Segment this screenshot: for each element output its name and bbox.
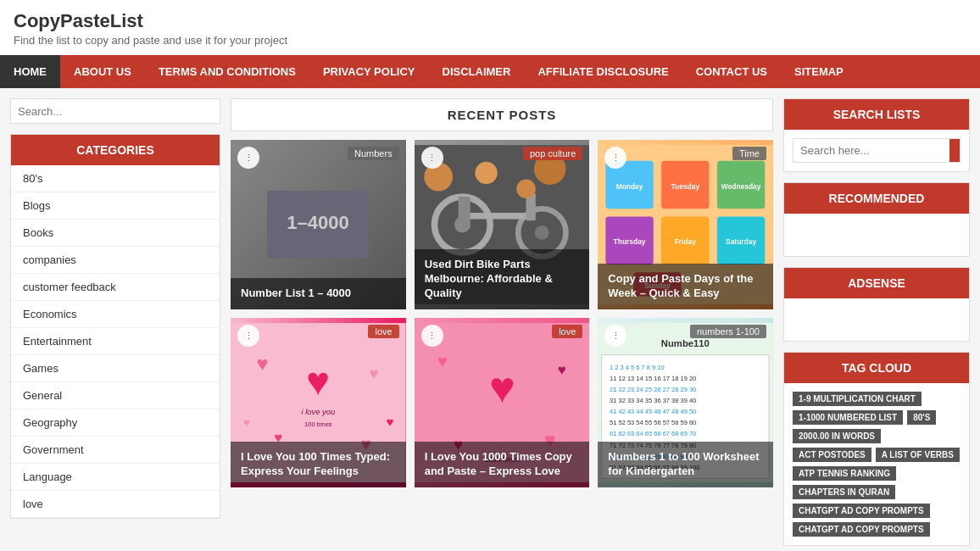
- category-badge-2: pop culture: [523, 147, 582, 160]
- svg-text:♥: ♥: [489, 363, 515, 412]
- post-overlay-3: Copy and Paste Days of the Week – Quick …: [598, 264, 773, 309]
- post-title-3: Copy and Paste Days of the Week – Quick …: [608, 272, 763, 301]
- recommended-content: [784, 214, 969, 256]
- share-icon-2[interactable]: ⋮: [421, 147, 443, 169]
- nav-disclaimer[interactable]: DISCLAIMER: [429, 55, 525, 88]
- svg-text:31 32 33 34 35 36 37 38 39 40: 31 32 33 34 35 36 37 38 39 40: [610, 397, 696, 404]
- category-item-geography[interactable]: Geography: [11, 409, 220, 437]
- share-icon-1[interactable]: ⋮: [237, 147, 259, 169]
- svg-text:♥: ♥: [306, 359, 330, 404]
- nav-about[interactable]: ABOUT US: [60, 55, 145, 88]
- recommended-box: RECOMMENDED: [783, 182, 970, 257]
- post-card-1[interactable]: 1–4000 ⋮ Numbers Number List 1 – 4000: [231, 140, 406, 309]
- nav-affiliate[interactable]: AFFILIATE DISCLOSURE: [524, 55, 682, 88]
- post-overlay-1: Number List 1 – 4000: [231, 278, 406, 309]
- sidebar-search-box[interactable]: [10, 98, 220, 124]
- svg-text:Friday: Friday: [675, 237, 697, 246]
- tag-chatgpt2[interactable]: CHATGPT AD COPY PROMPTS: [793, 522, 930, 537]
- svg-text:Wednesday: Wednesday: [721, 182, 761, 191]
- tag-cloud-title: TAG CLOUD: [784, 353, 969, 383]
- category-item-companies[interactable]: companies: [11, 247, 220, 274]
- share-icon-5[interactable]: ⋮: [421, 325, 443, 347]
- svg-text:1–4000: 1–4000: [287, 212, 349, 233]
- svg-text:61 62 63 64 65 66 67 68 69 70: 61 62 63 64 65 66 67 68 69 70: [610, 430, 696, 437]
- category-item-general[interactable]: General: [11, 382, 220, 409]
- post-card-5[interactable]: ♥ ♥ ♥ ♥ ♥ 1000 times ⋮ love I Love You 1…: [415, 318, 590, 487]
- post-title-1: Number List 1 – 4000: [241, 287, 396, 301]
- category-item-games[interactable]: Games: [11, 355, 220, 382]
- svg-text:♥: ♥: [370, 365, 379, 382]
- post-title-5: I Love You 1000 Times Copy and Paste – E…: [425, 450, 580, 479]
- svg-text:♥: ♥: [557, 362, 565, 378]
- sidebar-search-input[interactable]: [18, 105, 213, 118]
- right-sidebar: SEARCH LISTS 🔍 RECOMMENDED ADSENSE TAG C…: [783, 98, 970, 551]
- post-card-2[interactable]: ⋮ pop culture Used Dirt Bike Parts Melbo…: [415, 140, 590, 309]
- site-tagline: Find the list to copy and paste and use …: [14, 34, 966, 47]
- category-item-love[interactable]: love: [11, 491, 220, 518]
- share-icon-4[interactable]: ⋮: [237, 325, 259, 347]
- svg-text:♥: ♥: [257, 353, 269, 375]
- tag-2000[interactable]: 2000.00 IN WORDS: [793, 429, 881, 443]
- svg-text:i love you: i love you: [302, 407, 336, 416]
- tag-cloud-box: TAG CLOUD 1-9 MULTIPLICATION CHART 1-100…: [783, 352, 970, 546]
- category-item-blogs[interactable]: Blogs: [11, 192, 220, 220]
- category-item-customer-feedback[interactable]: customer feedback: [11, 274, 220, 301]
- svg-point-11: [475, 162, 497, 184]
- svg-text:41 42 43 44 45 46 47 48 49 50: 41 42 43 44 45 46 47 48 49 50: [610, 408, 696, 415]
- nav-sitemap[interactable]: SITEMAP: [781, 55, 857, 88]
- tag-verbs[interactable]: A LIST OF VERBS: [876, 448, 960, 462]
- category-item-language[interactable]: Language: [11, 464, 220, 491]
- post-overlay-5: I Love You 1000 Times Copy and Paste – E…: [415, 442, 590, 487]
- search-lists-box: SEARCH LISTS 🔍: [783, 98, 970, 172]
- post-title-6: Numbers 1 to 100 Worksheet for Kindergar…: [608, 450, 763, 479]
- svg-rect-7: [466, 213, 530, 220]
- category-badge-1: Numbers: [348, 147, 399, 160]
- category-item-entertainment[interactable]: Entertainment: [11, 328, 220, 355]
- category-item-economics[interactable]: Economics: [11, 301, 220, 328]
- adsense-content: [784, 298, 969, 341]
- post-overlay-6: Numbers 1 to 100 Worksheet for Kindergar…: [598, 442, 773, 487]
- posts-grid: 1–4000 ⋮ Numbers Number List 1 – 4000: [231, 140, 773, 487]
- main-nav: HOME ABOUT US TERMS AND CONDITIONS PRIVA…: [0, 55, 980, 88]
- search-lists-input[interactable]: [793, 139, 949, 162]
- nav-contact[interactable]: CONTACT US: [682, 55, 781, 88]
- svg-rect-8: [458, 197, 470, 229]
- adsense-title: ADSENSE: [784, 268, 969, 298]
- search-lists-button[interactable]: 🔍: [949, 139, 961, 162]
- page-layout: CATEGORIES 80's Blogs Books companies cu…: [0, 88, 980, 551]
- svg-text:♥: ♥: [243, 416, 250, 429]
- post-card-6[interactable]: Numbe110 1 2 3 4 5 6 7 8 9 10 11 12 13 1…: [598, 318, 773, 487]
- svg-text:Thursday: Thursday: [614, 237, 646, 246]
- tag-atp[interactable]: ATP TENNIS RANKING: [793, 466, 896, 481]
- svg-text:1  2  3  4  5  6  7  8  9  10: 1 2 3 4 5 6 7 8 9 10: [610, 364, 665, 371]
- svg-text:Numbe110: Numbe110: [661, 338, 710, 348]
- left-sidebar: CATEGORIES 80's Blogs Books companies cu…: [10, 98, 220, 551]
- svg-text:Saturday: Saturday: [726, 237, 756, 246]
- tag-act[interactable]: ACT POSTODES: [793, 448, 871, 462]
- site-title[interactable]: CopyPasteList: [14, 10, 966, 32]
- category-badge-6: numbers 1-100: [690, 325, 766, 338]
- tag-1-1000[interactable]: 1-1000 NUMBERED LIST: [793, 410, 903, 425]
- tag-cloud-content: 1-9 MULTIPLICATION CHART 1-1000 NUMBERED…: [784, 383, 969, 545]
- site-header: CopyPasteList Find the list to copy and …: [0, 0, 980, 55]
- nav-terms[interactable]: TERMS AND CONDITIONS: [145, 55, 309, 88]
- svg-text:100 times: 100 times: [304, 420, 332, 428]
- categories-title: CATEGORIES: [11, 135, 220, 165]
- nav-privacy[interactable]: PRIVACY POLICY: [309, 55, 429, 88]
- post-overlay-4: I Love You 100 Times Typed: Express Your…: [231, 442, 406, 487]
- svg-text:21 22 23 24 25 26 27 28 29 30: 21 22 23 24 25 26 27 28 29 30: [610, 386, 696, 393]
- post-card-3[interactable]: Monday Tuesday Wednesday Thursday Friday…: [598, 140, 773, 309]
- svg-text:♥: ♥: [386, 415, 393, 429]
- post-card-4[interactable]: ♥ ♥ ♥ ♥ ♥ ♥ ♥ i love you 100 times ⋮ lov…: [231, 318, 406, 487]
- category-item-80s[interactable]: 80's: [11, 165, 220, 192]
- tag-1-9-mult[interactable]: 1-9 MULTIPLICATION CHART: [793, 392, 922, 406]
- category-item-government[interactable]: Government: [11, 437, 220, 464]
- category-item-books[interactable]: Books: [11, 220, 220, 247]
- tag-80s[interactable]: 80'S: [907, 410, 936, 425]
- search-lists-form: 🔍: [793, 138, 961, 163]
- category-badge-4: love: [368, 325, 398, 338]
- nav-home[interactable]: HOME: [0, 55, 60, 88]
- svg-text:11 12 13 14 15 16 17 18 19 20: 11 12 13 14 15 16 17 18 19 20: [610, 375, 696, 382]
- tag-chatgpt[interactable]: CHATGPT AD COPY PROMPTS: [793, 504, 930, 518]
- tag-quran[interactable]: CHAPTERS IN QURAN: [793, 485, 895, 499]
